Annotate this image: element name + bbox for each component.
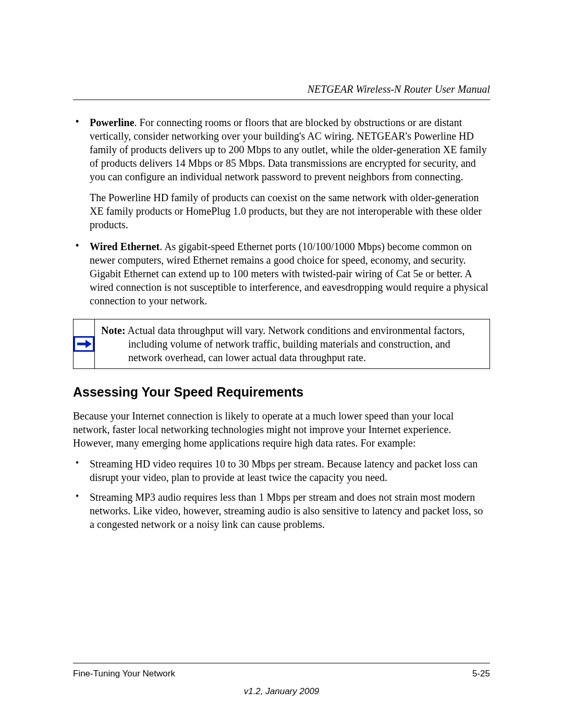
main-bullet-list: Powerline. For connecting rooms or floor…	[73, 116, 490, 307]
footer-version: v1.2, January 2009	[73, 686, 490, 697]
bullet-wired-ethernet: Wired Ethernet. As gigabit-speed Etherne…	[73, 240, 490, 307]
page-content: Powerline. For connecting rooms or floor…	[73, 116, 490, 663]
bullet-powerline-para-2: The Powerline HD family of products can …	[90, 191, 490, 231]
footer-left: Fine-Tuning Your Network	[73, 669, 175, 679]
section-heading: Assessing Your Speed Requirements	[73, 384, 490, 401]
bullet-powerline-para-1: Powerline. For connecting rooms or floor…	[90, 116, 490, 183]
bullet-lead-wired: Wired Ethernet	[90, 241, 160, 252]
footer-row: Fine-Tuning Your Network 5-25	[73, 669, 490, 679]
footer-right: 5-25	[472, 669, 490, 679]
section-sub-list: Streaming HD video requires 10 to 30 Mbp…	[73, 457, 490, 531]
section-intro: Because your Internet connection is like…	[73, 409, 490, 450]
sub-item-1: Streaming HD video requires 10 to 30 Mbp…	[90, 458, 478, 483]
page-header: NETGEAR Wireless-N Router User Manual	[73, 83, 490, 100]
note-rest: including volume of network traffic, bui…	[101, 337, 479, 364]
note-text: Note: Actual data throughput will vary. …	[95, 319, 489, 368]
page: NETGEAR Wireless-N Router User Manual Po…	[0, 0, 563, 728]
note-box: Note: Actual data throughput will vary. …	[73, 319, 490, 369]
note-icon-cell	[74, 319, 95, 368]
bullet-wired-para-1: Wired Ethernet. As gigabit-speed Etherne…	[90, 240, 490, 307]
page-footer: Fine-Tuning Your Network 5-25 v1.2, Janu…	[73, 663, 490, 697]
list-item: Streaming HD video requires 10 to 30 Mbp…	[73, 457, 490, 484]
note-line-1: Actual data throughput will vary. Networ…	[126, 325, 465, 336]
note-label: Note:	[101, 325, 126, 336]
bullet-powerline-text-1: . For connecting rooms or floors that ar…	[90, 117, 487, 182]
bullet-powerline: Powerline. For connecting rooms or floor…	[73, 116, 490, 231]
svg-marker-1	[85, 340, 92, 348]
list-item: Streaming MP3 audio requires less than 1…	[73, 490, 490, 531]
arrow-right-icon	[74, 336, 94, 352]
header-title: NETGEAR Wireless-N Router User Manual	[308, 83, 490, 95]
bullet-lead-powerline: Powerline	[90, 117, 134, 128]
arrow-right-svg	[76, 339, 92, 349]
sub-item-2: Streaming MP3 audio requires less than 1…	[90, 491, 483, 530]
